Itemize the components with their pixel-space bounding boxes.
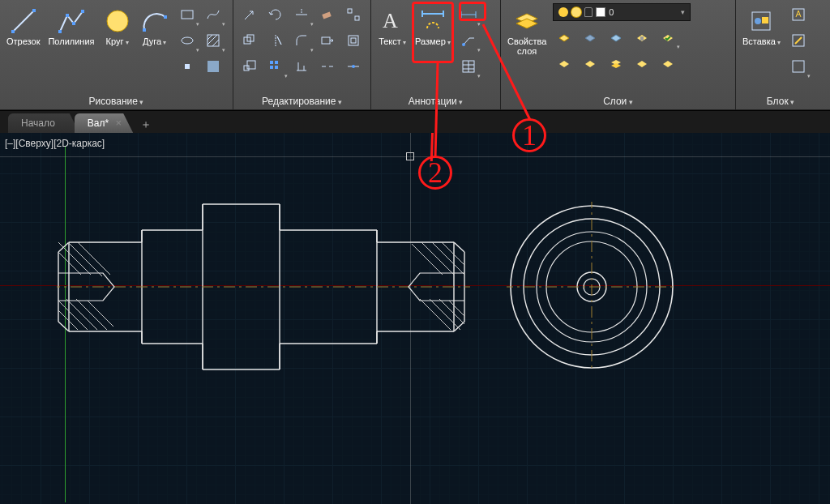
block-attr-icon[interactable] (787, 55, 810, 78)
rectangle-icon[interactable] (176, 3, 199, 26)
align-icon[interactable] (290, 55, 313, 78)
svg-rect-27 (351, 38, 356, 43)
text-label: Текст (379, 37, 406, 47)
viewport-controls[interactable]: [–][Сверху][2D-каркас] (5, 138, 105, 149)
svg-rect-4 (66, 14, 69, 17)
layer-properties-button[interactable]: Свойства слоя (506, 3, 548, 59)
dimension-button[interactable]: Размер (413, 3, 452, 50)
stretch-icon[interactable] (316, 29, 339, 52)
spline-icon[interactable] (202, 3, 225, 26)
move-icon[interactable] (238, 3, 261, 26)
drawing-viewport[interactable]: [–][Сверху][2D-каркас] (0, 133, 830, 504)
panel-block-title[interactable]: Блок (741, 93, 820, 110)
svg-rect-10 (182, 11, 193, 19)
polyline-icon (57, 6, 86, 36)
draw-line-button[interactable]: Отрезок (5, 3, 41, 50)
copy-icon[interactable] (238, 29, 261, 52)
svg-rect-50 (762, 17, 768, 23)
draw-arc-label: Дуга (143, 37, 166, 47)
svg-line-58 (78, 242, 110, 275)
panel-annotation: A Текст Размер Аннотации (371, 0, 501, 110)
ellipse-icon[interactable] (176, 29, 199, 52)
svg-rect-30 (270, 61, 273, 64)
hatch-icon[interactable] (202, 29, 225, 52)
draw-circle-button[interactable]: Круг (101, 3, 134, 50)
arc-icon (140, 6, 169, 36)
tab-start[interactable]: Начало (8, 113, 79, 133)
tab-add-button[interactable]: ＋ (136, 117, 156, 133)
svg-rect-25 (322, 37, 330, 44)
layer-copy-icon[interactable] (605, 52, 627, 75)
svg-line-57 (68, 242, 102, 276)
svg-rect-8 (143, 28, 146, 32)
fillet-icon[interactable] (290, 29, 313, 52)
layer-tools (553, 26, 691, 75)
block-edit-icon[interactable] (787, 29, 810, 52)
svg-line-68 (420, 299, 451, 330)
svg-rect-47 (640, 36, 644, 41)
block-insert-button[interactable]: Вставка (741, 3, 782, 50)
svg-rect-9 (164, 15, 167, 19)
layer-make-current-icon[interactable] (657, 26, 679, 49)
layer-lock-icon[interactable] (631, 26, 653, 49)
text-button[interactable]: A Текст (376, 3, 409, 50)
close-icon[interactable]: × (116, 117, 122, 129)
erase-icon[interactable] (316, 3, 339, 26)
block-create-icon[interactable] (787, 3, 810, 26)
table-icon[interactable] (457, 55, 480, 78)
svg-rect-20 (322, 11, 331, 19)
svg-rect-2 (32, 9, 36, 12)
trim-icon[interactable] (290, 3, 313, 26)
layer-combo[interactable]: 0 ▾ (553, 3, 691, 21)
svg-rect-31 (275, 61, 278, 64)
annotation-small (457, 3, 480, 78)
svg-line-0 (13, 11, 34, 32)
document-tab-bar: Начало Вал* × ＋ (0, 110, 830, 133)
tab-start-label: Начало (21, 117, 55, 129)
linear-dim-icon[interactable] (457, 3, 480, 26)
svg-rect-6 (81, 10, 84, 13)
region-icon[interactable] (202, 55, 225, 78)
panel-modify-title[interactable]: Редактирование (238, 93, 366, 110)
ribbon: Отрезок Полилиния Круг (0, 0, 830, 110)
offset-icon[interactable] (342, 29, 365, 52)
layer-properties-label: Свойства слоя (507, 37, 546, 56)
layer-properties-icon (512, 6, 541, 36)
svg-rect-21 (348, 9, 352, 13)
layer-match-icon[interactable] (553, 52, 575, 75)
draw-line-label: Отрезок (6, 37, 40, 47)
rotate-icon[interactable] (264, 3, 287, 26)
svg-line-13 (208, 35, 212, 40)
svg-line-61 (66, 299, 97, 330)
panel-layers: Свойства слоя 0 ▾ (501, 0, 736, 110)
svg-point-42 (462, 43, 465, 46)
svg-rect-16 (185, 64, 190, 69)
layer-state-icon[interactable] (657, 52, 679, 75)
join-icon[interactable] (342, 55, 365, 78)
lightbulb-icon (558, 7, 568, 17)
draw-arc-button[interactable]: Дуга (139, 3, 171, 50)
array-icon[interactable] (264, 55, 287, 78)
layer-off-icon[interactable] (553, 26, 575, 49)
svg-rect-22 (355, 16, 359, 20)
panel-block: Вставка Блок (736, 0, 825, 110)
panel-annotation-title[interactable]: Аннотации (376, 93, 495, 110)
svg-rect-3 (58, 30, 62, 33)
layer-prev-icon[interactable] (579, 52, 601, 75)
draw-polyline-button[interactable]: Полилиния (46, 3, 96, 50)
leader-icon[interactable] (457, 29, 480, 52)
scale-icon[interactable] (238, 55, 261, 78)
layer-freeze-icon[interactable] (605, 26, 627, 49)
point-icon[interactable] (176, 55, 199, 78)
svg-rect-5 (72, 22, 75, 25)
layer-iso-icon[interactable] (579, 26, 601, 49)
explode-icon[interactable] (342, 3, 365, 26)
layer-walk-icon[interactable] (631, 52, 653, 75)
tab-document[interactable]: Вал* × (75, 113, 133, 133)
panel-layers-title[interactable]: Слои (506, 93, 730, 110)
svg-point-49 (755, 18, 761, 24)
panel-draw-title[interactable]: Рисование (5, 93, 228, 110)
mirror-icon[interactable] (264, 29, 287, 52)
draw-polyline-label: Полилиния (48, 37, 94, 47)
break-icon[interactable] (316, 55, 339, 78)
